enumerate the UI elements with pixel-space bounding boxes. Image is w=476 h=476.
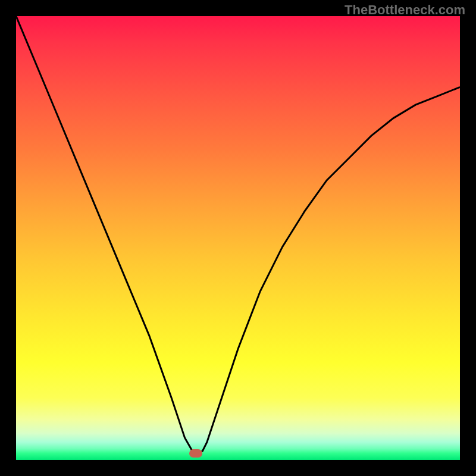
plot-area <box>16 16 460 460</box>
bottleneck-curve <box>16 16 460 453</box>
watermark-text: TheBottleneck.com <box>345 2 465 18</box>
curve-svg <box>16 16 460 460</box>
optimal-point-marker <box>189 449 202 458</box>
